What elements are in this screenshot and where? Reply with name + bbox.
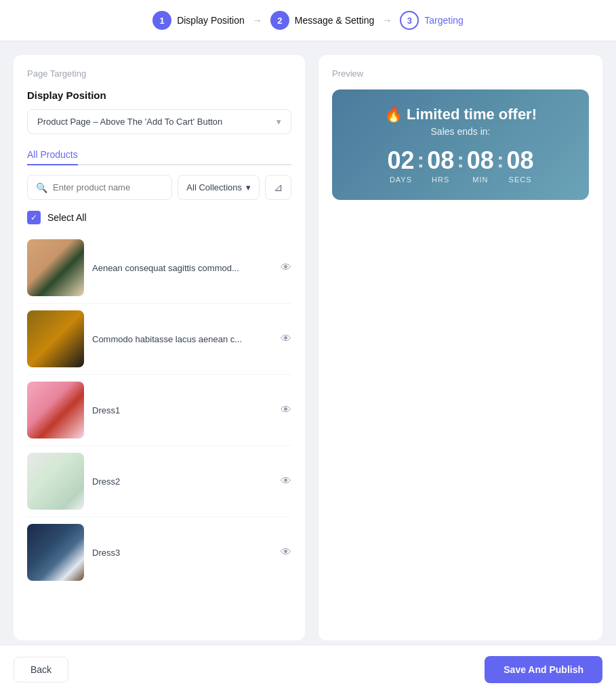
step-2-circle: 2 (270, 11, 289, 30)
step-2-label: Message & Setting (295, 15, 375, 26)
countdown-days: 02 DAYS (387, 148, 414, 184)
list-item: Aenean consequat sagittis commod... 👁 (27, 232, 291, 304)
separator-3: : (497, 148, 504, 173)
main-content: Page Targeting Display Position Product … (0, 41, 616, 654)
product-name: Dress3 (92, 548, 272, 558)
product-name: Dress2 (92, 476, 272, 487)
left-panel: Page Targeting Display Position Product … (14, 55, 305, 640)
list-item: Dress1 👁 (27, 375, 291, 446)
step-display-position[interactable]: 1 Display Position (152, 11, 245, 30)
eye-icon[interactable]: 👁 (281, 404, 291, 416)
panel-title: Page Targeting (27, 68, 291, 79)
arrow-1: → (253, 15, 262, 26)
select-all-label: Select All (47, 212, 87, 223)
countdown-row: 02 DAYS : 08 HRS : 08 MIN : 08 SECS (346, 148, 575, 184)
step-1-circle: 1 (152, 11, 171, 30)
countdown-secs: 08 SECS (507, 148, 534, 184)
flame-emoji: 🔥 (384, 106, 403, 123)
days-value: 02 (387, 148, 414, 173)
product-thumbnail (27, 310, 84, 367)
countdown-min: 08 MIN (467, 148, 494, 184)
list-item: Commodo habitasse lacus aenean c... 👁 (27, 304, 291, 375)
eye-icon[interactable]: 👁 (281, 333, 291, 345)
product-name: Dress1 (92, 405, 272, 415)
search-box[interactable]: 🔍 (27, 175, 172, 200)
step-3-circle: 3 (400, 11, 419, 30)
display-position-title: Display Position (27, 89, 291, 101)
filter-button[interactable]: ⊿ (265, 175, 291, 200)
preview-label: Preview (332, 68, 589, 79)
product-thumbnail (27, 524, 84, 581)
bottom-bar: Back Save And Publish (0, 645, 616, 694)
right-panel: Preview 🔥 Limited time offer! Sales ends… (319, 55, 602, 640)
hrs-value: 08 (427, 148, 454, 173)
secs-value: 08 (507, 148, 534, 173)
product-thumbnail (27, 239, 84, 296)
product-name: Aenean consequat sagittis commod... (92, 263, 272, 273)
stepper: 1 Display Position → 2 Message & Setting… (0, 0, 616, 41)
product-name: Commodo habitasse lacus aenean c... (92, 334, 272, 344)
min-value: 08 (467, 148, 494, 173)
hrs-label: HRS (432, 176, 449, 184)
collection-dropdown[interactable]: All Collections ▾ (178, 175, 260, 200)
banner-subtitle: Sales ends in: (346, 126, 575, 137)
step-targeting[interactable]: 3 Targeting (400, 11, 464, 30)
countdown-hrs: 08 HRS (427, 148, 454, 184)
step-3-label: Targeting (424, 15, 464, 26)
separator-1: : (417, 148, 424, 173)
countdown-banner: 🔥 Limited time offer! Sales ends in: 02 … (332, 89, 589, 200)
chevron-down-icon: ▾ (246, 182, 251, 192)
search-input[interactable] (53, 182, 163, 192)
step-1-label: Display Position (177, 15, 245, 26)
arrow-2: → (382, 15, 392, 26)
eye-icon[interactable]: 👁 (281, 262, 291, 274)
search-filter-row: 🔍 All Collections ▾ ⊿ (27, 175, 291, 200)
chevron-down-icon: ▾ (276, 117, 281, 127)
search-icon: 🔍 (36, 182, 47, 193)
tab-all-products[interactable]: All Products (27, 145, 78, 165)
eye-icon[interactable]: 👁 (281, 475, 291, 487)
banner-title: 🔥 Limited time offer! (346, 106, 575, 123)
product-thumbnail (27, 453, 84, 510)
display-position-value: Product Page – Above The 'Add To Cart' B… (37, 117, 222, 127)
save-publish-button[interactable]: Save And Publish (485, 656, 602, 683)
collection-label: All Collections (186, 182, 242, 192)
secs-label: SECS (509, 176, 532, 184)
product-tab-bar: All Products (27, 145, 291, 165)
min-label: MIN (472, 176, 488, 184)
separator-2: : (457, 148, 464, 173)
select-all-checkbox[interactable]: ✓ (27, 211, 41, 224)
display-position-dropdown[interactable]: Product Page – Above The 'Add To Cart' B… (27, 109, 291, 134)
select-all-row: ✓ Select All (27, 211, 291, 224)
product-list: Aenean consequat sagittis commod... 👁 Co… (27, 232, 291, 585)
banner-title-text: Limited time offer! (407, 106, 537, 123)
step-message-setting[interactable]: 2 Message & Setting (270, 11, 375, 30)
filter-icon: ⊿ (274, 181, 283, 194)
back-button[interactable]: Back (14, 657, 68, 682)
list-item: Dress3 👁 (27, 517, 291, 585)
days-label: DAYS (390, 176, 412, 184)
eye-icon[interactable]: 👁 (281, 546, 291, 558)
list-item: Dress2 👁 (27, 446, 291, 517)
product-thumbnail (27, 382, 84, 438)
